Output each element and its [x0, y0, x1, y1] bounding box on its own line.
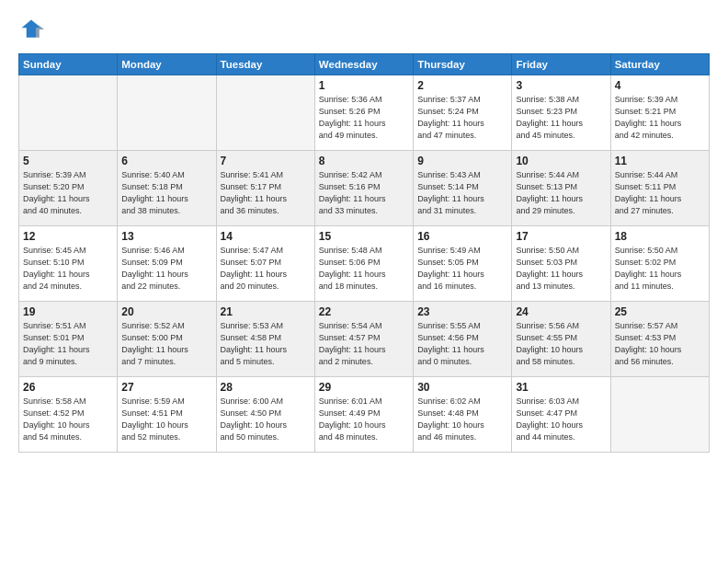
calendar-cell: 28Sunrise: 6:00 AM Sunset: 4:50 PM Dayli… [216, 377, 314, 453]
calendar-cell: 30Sunrise: 6:02 AM Sunset: 4:48 PM Dayli… [414, 377, 512, 453]
day-number: 18 [615, 230, 705, 243]
calendar-cell: 10Sunrise: 5:44 AM Sunset: 5:13 PM Dayli… [512, 151, 610, 226]
day-info: Sunrise: 6:01 AM Sunset: 4:49 PM Dayligh… [319, 396, 409, 443]
day-number: 15 [319, 230, 409, 243]
calendar-cell: 7Sunrise: 5:41 AM Sunset: 5:17 PM Daylig… [216, 151, 314, 226]
day-info: Sunrise: 6:03 AM Sunset: 4:47 PM Dayligh… [516, 396, 606, 443]
calendar-cell: 3Sunrise: 5:38 AM Sunset: 5:23 PM Daylig… [512, 75, 610, 151]
weekday-header: Sunday [19, 54, 118, 75]
day-number: 10 [516, 155, 606, 167]
calendar-cell: 20Sunrise: 5:52 AM Sunset: 5:00 PM Dayli… [118, 302, 216, 377]
calendar: SundayMondayTuesdayWednesdayThursdayFrid… [18, 53, 710, 453]
calendar-cell: 22Sunrise: 5:54 AM Sunset: 4:57 PM Dayli… [314, 302, 413, 377]
calendar-week-row: 1Sunrise: 5:36 AM Sunset: 5:26 PM Daylig… [19, 75, 710, 151]
day-info: Sunrise: 5:44 AM Sunset: 5:13 PM Dayligh… [516, 169, 606, 217]
calendar-cell: 29Sunrise: 6:01 AM Sunset: 4:49 PM Dayli… [314, 377, 413, 453]
calendar-cell: 2Sunrise: 5:37 AM Sunset: 5:24 PM Daylig… [414, 75, 512, 151]
day-info: Sunrise: 5:42 AM Sunset: 5:16 PM Dayligh… [319, 169, 409, 217]
day-info: Sunrise: 5:56 AM Sunset: 4:55 PM Dayligh… [516, 320, 606, 368]
day-number: 8 [319, 155, 409, 167]
day-info: Sunrise: 5:51 AM Sunset: 5:01 PM Dayligh… [23, 320, 113, 368]
calendar-cell: 27Sunrise: 5:59 AM Sunset: 4:51 PM Dayli… [118, 377, 216, 453]
day-info: Sunrise: 5:50 AM Sunset: 5:03 PM Dayligh… [516, 245, 606, 293]
day-number: 21 [221, 305, 311, 318]
day-info: Sunrise: 6:00 AM Sunset: 4:50 PM Dayligh… [221, 396, 311, 443]
day-info: Sunrise: 5:45 AM Sunset: 5:10 PM Dayligh… [23, 245, 113, 293]
weekday-header: Thursday [414, 54, 512, 75]
weekday-header: Tuesday [216, 54, 314, 75]
header [18, 17, 710, 42]
day-number: 3 [516, 79, 606, 92]
calendar-week-row: 26Sunrise: 5:58 AM Sunset: 4:52 PM Dayli… [19, 377, 710, 453]
calendar-cell: 1Sunrise: 5:36 AM Sunset: 5:26 PM Daylig… [314, 75, 413, 151]
day-info: Sunrise: 5:54 AM Sunset: 4:57 PM Dayligh… [319, 320, 409, 368]
day-number: 25 [615, 305, 705, 318]
day-number: 28 [221, 381, 311, 394]
calendar-cell: 5Sunrise: 5:39 AM Sunset: 5:20 PM Daylig… [19, 151, 118, 226]
day-info: Sunrise: 5:53 AM Sunset: 4:58 PM Dayligh… [221, 320, 311, 368]
day-number: 11 [615, 155, 705, 167]
calendar-week-row: 5Sunrise: 5:39 AM Sunset: 5:20 PM Daylig… [19, 151, 710, 226]
day-info: Sunrise: 5:39 AM Sunset: 5:21 PM Dayligh… [615, 94, 705, 142]
day-number: 12 [23, 230, 113, 243]
day-number: 2 [417, 79, 507, 92]
day-info: Sunrise: 6:02 AM Sunset: 4:48 PM Dayligh… [417, 396, 507, 443]
calendar-cell: 9Sunrise: 5:43 AM Sunset: 5:14 PM Daylig… [414, 151, 512, 226]
calendar-cell: 15Sunrise: 5:48 AM Sunset: 5:06 PM Dayli… [314, 226, 413, 302]
calendar-cell [19, 75, 118, 151]
day-number: 16 [417, 230, 507, 243]
day-number: 6 [121, 155, 211, 167]
day-info: Sunrise: 5:46 AM Sunset: 5:09 PM Dayligh… [121, 245, 211, 293]
weekday-header: Friday [512, 54, 610, 75]
calendar-cell [118, 75, 216, 151]
day-number: 26 [23, 381, 113, 394]
day-number: 7 [221, 155, 311, 167]
weekday-header: Saturday [610, 54, 709, 75]
calendar-cell: 11Sunrise: 5:44 AM Sunset: 5:11 PM Dayli… [610, 151, 709, 226]
day-info: Sunrise: 5:57 AM Sunset: 4:53 PM Dayligh… [615, 320, 705, 368]
calendar-cell: 16Sunrise: 5:49 AM Sunset: 5:05 PM Dayli… [414, 226, 512, 302]
day-number: 19 [23, 305, 113, 318]
day-number: 17 [516, 230, 606, 243]
calendar-cell: 31Sunrise: 6:03 AM Sunset: 4:47 PM Dayli… [512, 377, 610, 453]
day-info: Sunrise: 5:55 AM Sunset: 4:56 PM Dayligh… [417, 320, 507, 368]
calendar-cell: 26Sunrise: 5:58 AM Sunset: 4:52 PM Dayli… [19, 377, 118, 453]
day-number: 27 [121, 381, 211, 394]
day-number: 31 [516, 381, 606, 394]
calendar-cell [216, 75, 314, 151]
calendar-week-row: 19Sunrise: 5:51 AM Sunset: 5:01 PM Dayli… [19, 302, 710, 377]
day-info: Sunrise: 5:41 AM Sunset: 5:17 PM Dayligh… [221, 169, 311, 217]
day-number: 13 [121, 230, 211, 243]
weekday-header: Wednesday [314, 54, 413, 75]
day-number: 4 [615, 79, 705, 92]
day-number: 30 [417, 381, 507, 394]
day-info: Sunrise: 5:37 AM Sunset: 5:24 PM Dayligh… [417, 94, 507, 142]
calendar-cell: 14Sunrise: 5:47 AM Sunset: 5:07 PM Dayli… [216, 226, 314, 302]
day-info: Sunrise: 5:49 AM Sunset: 5:05 PM Dayligh… [417, 245, 507, 293]
calendar-cell: 23Sunrise: 5:55 AM Sunset: 4:56 PM Dayli… [414, 302, 512, 377]
calendar-cell: 8Sunrise: 5:42 AM Sunset: 5:16 PM Daylig… [314, 151, 413, 226]
day-info: Sunrise: 5:59 AM Sunset: 4:51 PM Dayligh… [121, 396, 211, 443]
day-number: 23 [417, 305, 507, 318]
day-info: Sunrise: 5:52 AM Sunset: 5:00 PM Dayligh… [121, 320, 211, 368]
day-number: 20 [121, 305, 211, 318]
day-info: Sunrise: 5:36 AM Sunset: 5:26 PM Dayligh… [319, 94, 409, 142]
day-info: Sunrise: 5:39 AM Sunset: 5:20 PM Dayligh… [23, 169, 113, 217]
day-info: Sunrise: 5:44 AM Sunset: 5:11 PM Dayligh… [615, 169, 705, 217]
day-number: 24 [516, 305, 606, 318]
day-info: Sunrise: 5:50 AM Sunset: 5:02 PM Dayligh… [615, 245, 705, 293]
day-info: Sunrise: 5:48 AM Sunset: 5:06 PM Dayligh… [319, 245, 409, 293]
logo-icon [18, 17, 44, 42]
day-info: Sunrise: 5:40 AM Sunset: 5:18 PM Dayligh… [121, 169, 211, 217]
calendar-cell: 12Sunrise: 5:45 AM Sunset: 5:10 PM Dayli… [19, 226, 118, 302]
calendar-cell: 18Sunrise: 5:50 AM Sunset: 5:02 PM Dayli… [610, 226, 709, 302]
calendar-cell: 17Sunrise: 5:50 AM Sunset: 5:03 PM Dayli… [512, 226, 610, 302]
day-number: 22 [319, 305, 409, 318]
day-number: 9 [417, 155, 507, 167]
day-info: Sunrise: 5:38 AM Sunset: 5:23 PM Dayligh… [516, 94, 606, 142]
day-number: 14 [221, 230, 311, 243]
day-info: Sunrise: 5:43 AM Sunset: 5:14 PM Dayligh… [417, 169, 507, 217]
logo [18, 17, 48, 42]
day-number: 29 [319, 381, 409, 394]
calendar-cell: 24Sunrise: 5:56 AM Sunset: 4:55 PM Dayli… [512, 302, 610, 377]
